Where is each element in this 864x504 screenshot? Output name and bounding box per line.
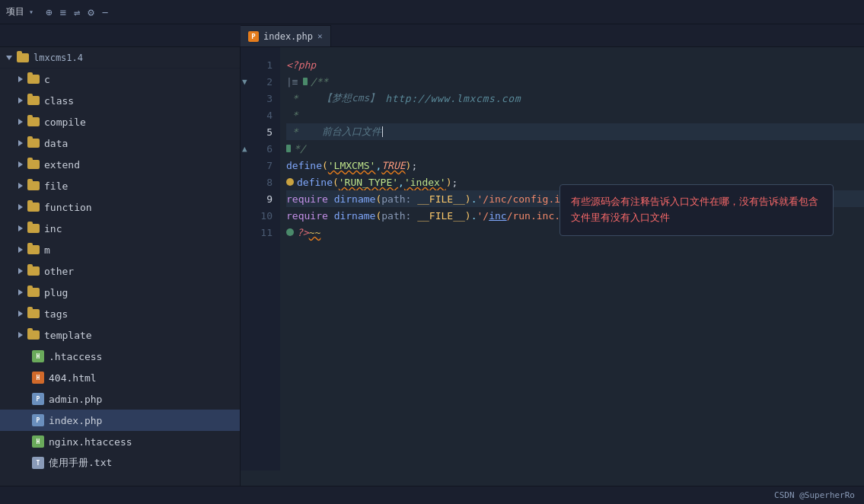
bookmark-11 [286, 228, 294, 236]
define-func-7: define [286, 160, 322, 171]
data-expand-icon [18, 140, 23, 146]
cms-name: 【梦想cms】 [322, 91, 385, 105]
sidebar-item-plug[interactable]: plug [0, 282, 240, 303]
line-num-7: 7 [241, 157, 280, 174]
breakpoint-8 [286, 178, 294, 186]
main-layout: lmxcms1.4 c class compile data [0, 47, 864, 486]
comma-7: , [375, 160, 381, 171]
sidebar-item-htaccess[interactable]: H .htaccess [0, 346, 240, 367]
path-label-9: path: [381, 193, 411, 205]
icon-align[interactable]: ≡ [59, 6, 65, 18]
entry-comment: 前台入口文件 [322, 125, 381, 139]
php-close-tag: ?> [297, 227, 309, 238]
c-expand-icon [18, 76, 23, 82]
htaccess-file-icon: H [32, 350, 44, 362]
sidebar-item-manual[interactable]: T 使用手册.txt [0, 452, 240, 474]
m-expand-icon [18, 247, 23, 253]
class-label: class [44, 95, 74, 107]
semi-8: ; [452, 177, 458, 188]
file-folder-icon [27, 181, 40, 190]
line-num-6: ▲ 6 [241, 140, 280, 157]
other-folder-icon [27, 266, 40, 276]
line-num-3: 3 [241, 90, 280, 107]
comment-star-4: * [286, 110, 298, 121]
sidebar-item-indexphp[interactable]: P index.php [0, 410, 240, 431]
m-label: m [44, 244, 50, 256]
line-num-10: 10 [241, 207, 280, 224]
index-val: 'index' [404, 177, 446, 188]
compile-label: compile [44, 116, 86, 128]
code-container: 1 ▼ 2 3 4 5 ▲ 6 7 8 9 10 11 [241, 47, 864, 486]
tags-folder-icon [27, 309, 40, 318]
sidebar-item-function[interactable]: function [0, 196, 240, 218]
fold-marker-2: |≡ [286, 76, 298, 88]
paren-open-9: ( [375, 193, 381, 205]
paren-open-8: ( [333, 177, 339, 188]
sidebar-item-extend[interactable]: extend [0, 154, 240, 175]
comment-star-5: * [286, 126, 322, 138]
path-label-10: path: [381, 210, 411, 222]
space-10 [328, 210, 334, 222]
plug-label: plug [44, 287, 68, 298]
cms-url: http://www.lmxcms.com [385, 93, 521, 104]
sidebar-item-404html[interactable]: H 404.html [0, 367, 240, 388]
icon-settings[interactable]: ⚙ [88, 6, 94, 18]
sidebar-item-compile[interactable]: compile [0, 111, 240, 132]
nginxhtaccess-label: nginx.htaccess [49, 436, 132, 448]
manual-file-icon: T [32, 457, 44, 469]
line-num-5: 5 [241, 123, 280, 140]
line-num-1: 1 [241, 56, 280, 73]
semi-7: ; [411, 160, 417, 171]
docblock-close: */ [294, 143, 306, 155]
compile-folder-icon [27, 117, 40, 126]
extend-label: extend [44, 159, 80, 171]
space-9b [411, 193, 417, 205]
concat-10: . [471, 210, 477, 222]
paren-close-7: ) [406, 160, 412, 171]
tab-filename: index.php [263, 31, 313, 42]
adminphp-file-icon: P [32, 393, 44, 405]
tags-label: tags [44, 308, 68, 320]
code-line-5: * 前台入口文件 [286, 123, 864, 140]
credit-text: CSDN @SuperherRo [774, 490, 855, 500]
paren-open-7: ( [322, 160, 328, 171]
html-file-icon: H [32, 372, 44, 384]
sidebar-item-m[interactable]: m [0, 239, 240, 260]
sidebar-item-tags[interactable]: tags [0, 303, 240, 324]
sidebar-root[interactable]: lmxcms1.4 [0, 47, 240, 69]
indexphp-label: index.php [49, 415, 102, 426]
paren-open-10: ( [375, 210, 381, 222]
tab-bar: P index.php ✕ [0, 24, 864, 47]
title-bar-icons: ⊕ ≡ ⇌ ⚙ − [46, 6, 108, 18]
nginxhtaccess-file-icon: H [32, 435, 44, 448]
line-num-11: 11 [241, 224, 280, 241]
icon-split[interactable]: ⇌ [74, 6, 80, 18]
tooltip-box: 有些源码会有注释告诉入口文件在哪，没有告诉就看包含文件里有没有入口文件 [560, 184, 834, 236]
sidebar-item-class[interactable]: class [0, 90, 240, 111]
htaccess-label: .htaccess [49, 351, 102, 362]
sidebar-item-template[interactable]: template [0, 324, 240, 346]
sidebar-item-nginxhtaccess[interactable]: H nginx.htaccess [0, 431, 240, 452]
icon-minus[interactable]: − [102, 6, 108, 18]
tags-expand-icon [18, 311, 23, 317]
cursor [382, 126, 383, 137]
sidebar-item-c[interactable]: c [0, 69, 240, 90]
require-kw-9: require [286, 193, 328, 205]
editor-area[interactable]: 1 ▼ 2 3 4 5 ▲ 6 7 8 9 10 11 [241, 47, 864, 486]
tab-index-php[interactable]: P index.php ✕ [241, 25, 331, 46]
sidebar-item-data[interactable]: data [0, 132, 240, 154]
icon-compass[interactable]: ⊕ [46, 6, 52, 18]
root-folder-icon [17, 53, 29, 62]
file-const-10: __FILE__ [417, 210, 465, 222]
sidebar-item-adminphp[interactable]: P admin.php [0, 388, 240, 410]
sidebar: lmxcms1.4 c class compile data [0, 47, 241, 486]
sidebar-item-file[interactable]: file [0, 175, 240, 196]
concat-9: . [471, 193, 477, 205]
dropdown-icon[interactable]: ▾ [29, 8, 33, 16]
sidebar-item-other[interactable]: other [0, 260, 240, 282]
function-expand-icon [18, 204, 23, 210]
file-const-9: __FILE__ [417, 193, 465, 205]
sidebar-item-inc[interactable]: inc [0, 218, 240, 239]
true-val: TRUE [381, 160, 405, 171]
tab-close-button[interactable]: ✕ [317, 31, 323, 41]
